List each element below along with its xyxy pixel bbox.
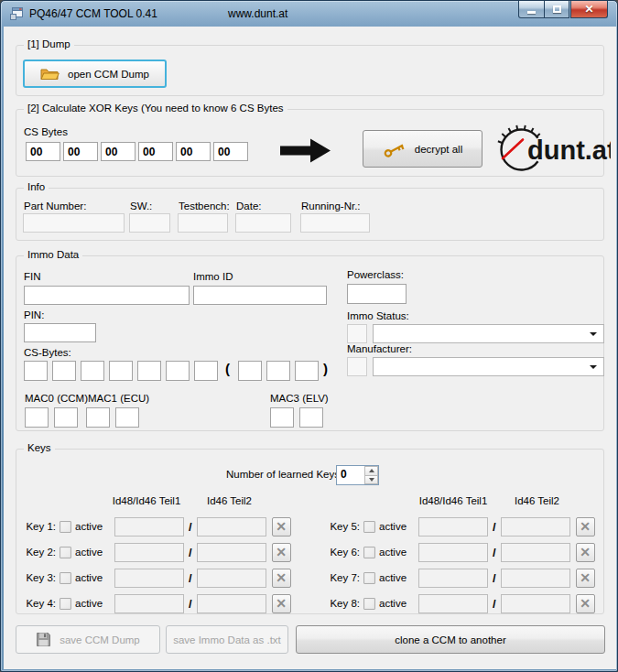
manufacturer-code-field[interactable]: [347, 357, 367, 376]
key-1-teil1-field[interactable]: [114, 517, 184, 537]
key-row-4: Key 4: active / ✕: [21, 593, 291, 613]
active-label: active: [75, 598, 106, 609]
sw-field[interactable]: [129, 213, 170, 233]
cs-byte-input-3[interactable]: [101, 142, 136, 161]
key-6-teil1-field[interactable]: [418, 543, 488, 562]
key-1-active-checkbox[interactable]: [60, 521, 71, 533]
separator: /: [493, 597, 496, 611]
immo-cs-byte-4[interactable]: [109, 361, 133, 381]
immo-cs-byte-3[interactable]: [81, 361, 104, 381]
dunt-logo: dunt.at: [497, 125, 611, 174]
cs-byte-input-4[interactable]: [138, 142, 173, 161]
immo-cs-byte-9[interactable]: [266, 361, 290, 381]
mac1-byte-1[interactable]: [86, 407, 110, 428]
key-5-active-checkbox[interactable]: [363, 521, 375, 533]
open-ccm-dump-button[interactable]: open CCM Dump: [23, 60, 167, 88]
key-8-teil2-field[interactable]: [501, 594, 570, 613]
key-1-teil2-field[interactable]: [197, 517, 266, 537]
key-3-label: Key 3:: [21, 572, 56, 583]
key-1-clear-button[interactable]: ✕: [272, 517, 291, 537]
key-4-teil1-field[interactable]: [114, 594, 184, 613]
decrypt-all-button[interactable]: decrypt all: [363, 130, 482, 168]
key-7-clear-button[interactable]: ✕: [576, 569, 595, 588]
group-immo: Immo Data: [16, 255, 604, 431]
key-5-teil2-field[interactable]: [501, 517, 570, 537]
key-8-teil1-field[interactable]: [418, 594, 488, 613]
key-icon: [383, 141, 407, 157]
immo-cs-byte-10[interactable]: [295, 361, 319, 381]
key-6-active-checkbox[interactable]: [363, 547, 375, 558]
date-field[interactable]: [235, 213, 291, 233]
immo-cs-byte-1[interactable]: [24, 361, 48, 381]
key-4-active-checkbox[interactable]: [60, 598, 71, 610]
minimize-button[interactable]: [518, 1, 545, 18]
save-immo-data-button[interactable]: save Immo Data as .txt: [166, 625, 288, 654]
key-2-teil1-field[interactable]: [114, 543, 184, 562]
immo-status-dropdown[interactable]: [373, 324, 604, 343]
key-row-5: Key 5: active / ✕: [325, 516, 595, 537]
immo-status-code-field[interactable]: [347, 324, 367, 343]
running-nr-field[interactable]: [300, 213, 370, 233]
key-5-clear-button[interactable]: ✕: [576, 517, 595, 537]
separator: /: [493, 520, 496, 534]
key-8-clear-button[interactable]: ✕: [576, 594, 595, 613]
active-label: active: [75, 547, 106, 558]
key-4-teil2-field[interactable]: [197, 594, 266, 613]
powerclass-field[interactable]: [347, 284, 407, 304]
cs-byte-input-6[interactable]: [213, 142, 248, 161]
key-6-clear-button[interactable]: ✕: [576, 543, 595, 562]
mac3-byte-2[interactable]: [299, 407, 323, 428]
immo-cs-byte-6[interactable]: [166, 361, 190, 381]
mac0-byte-1[interactable]: [25, 407, 49, 428]
key-6-teil2-field[interactable]: [501, 543, 570, 562]
key-2-label: Key 2:: [21, 547, 56, 558]
testbench-field[interactable]: [178, 213, 228, 233]
manufacturer-dropdown[interactable]: [373, 357, 604, 376]
title-bar[interactable]: PQ46/47 CCM TOOL 0.41 www.dunt.at ✕: [1, 1, 617, 27]
key-7-teil2-field[interactable]: [501, 569, 570, 588]
key-5-teil1-field[interactable]: [418, 517, 488, 537]
learned-keys-value: 0: [337, 466, 364, 484]
maximize-button[interactable]: [545, 1, 569, 18]
save-ccm-dump-button[interactable]: save CCM Dump: [16, 625, 160, 654]
key-3-teil2-field[interactable]: [197, 569, 266, 588]
key-4-clear-button[interactable]: ✕: [272, 594, 291, 613]
key-7-active-checkbox[interactable]: [363, 572, 375, 584]
powerclass-label: Powerclass:: [347, 269, 404, 280]
key-8-active-checkbox[interactable]: [363, 598, 375, 610]
stepper-down-button[interactable]: [364, 475, 378, 485]
stepper-up-button[interactable]: [364, 466, 378, 475]
clone-ccm-button[interactable]: clone a CCM to another: [296, 625, 605, 654]
key-2-clear-button[interactable]: ✕: [272, 543, 291, 562]
active-label: active: [379, 521, 410, 532]
close-button[interactable]: ✕: [570, 1, 608, 18]
key-2-teil2-field[interactable]: [197, 543, 266, 562]
sw-label: SW.:: [130, 201, 152, 211]
window-subtitle-url: www.dunt.at: [228, 7, 287, 20]
mac1-byte-2[interactable]: [115, 407, 139, 428]
immo-cs-byte-2[interactable]: [52, 361, 76, 381]
part-number-field[interactable]: [23, 213, 125, 233]
key-2-active-checkbox[interactable]: [60, 547, 71, 558]
immo-cs-byte-7[interactable]: [194, 361, 218, 381]
minimize-icon: [527, 11, 536, 14]
immo-cs-byte-5[interactable]: [137, 361, 161, 381]
key-6-label: Key 6:: [325, 547, 360, 558]
learned-keys-stepper[interactable]: 0: [336, 465, 379, 485]
pin-field[interactable]: [24, 323, 96, 342]
immo-id-field[interactable]: [193, 286, 327, 305]
key-3-active-checkbox[interactable]: [60, 572, 71, 584]
cs-byte-input-1[interactable]: [26, 142, 60, 161]
immo-cs-byte-8[interactable]: [238, 361, 262, 381]
date-label: Date:: [236, 201, 262, 211]
key-4-label: Key 4:: [21, 598, 56, 609]
key-3-clear-button[interactable]: ✕: [272, 569, 291, 588]
running-nr-label: Running-Nr.:: [301, 201, 361, 211]
key-7-teil1-field[interactable]: [418, 569, 488, 588]
fin-field[interactable]: [24, 286, 190, 305]
key-3-teil1-field[interactable]: [114, 569, 184, 588]
cs-byte-input-2[interactable]: [63, 142, 98, 161]
mac3-byte-1[interactable]: [270, 407, 294, 428]
mac0-byte-2[interactable]: [54, 407, 78, 428]
cs-byte-input-5[interactable]: [176, 142, 211, 161]
